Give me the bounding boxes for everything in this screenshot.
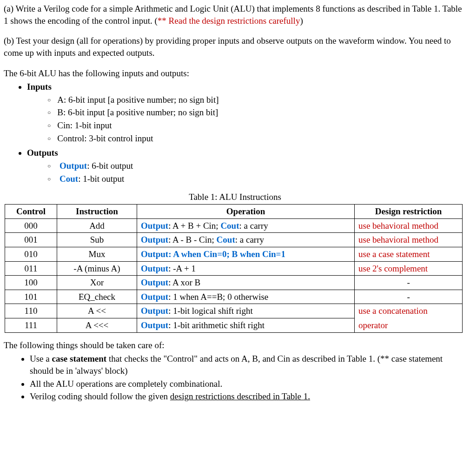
cell-operation: Output: 1 when A==B; 0 otherwise: [137, 290, 355, 304]
note-1-a: Use a: [30, 354, 52, 364]
io-intro: The 6-bit ALU has the following inputs a…: [4, 67, 466, 79]
part-b: (b) Test your design (all for operations…: [4, 35, 466, 59]
input-cin: Cin: 1-bit input: [47, 119, 466, 132]
table-row: 101EQ_checkOutput: 1 when A==B; 0 otherw…: [5, 290, 463, 304]
notes-list: Use a case statement that checks the "Co…: [30, 353, 466, 403]
input-a: A: 6-bit input [a positive number; no si…: [47, 94, 466, 106]
cell-control: 011: [5, 261, 57, 276]
table-title: Table 1: ALU Instructions: [4, 191, 466, 203]
output-out-rest: : 6-bit output: [87, 161, 133, 171]
part-a-suffix: ): [300, 16, 303, 26]
outputs-list: Output: 6-bit output Cout: 1-bit output: [47, 160, 466, 185]
input-b: B: 6-bit input [a positive number; no si…: [47, 106, 466, 119]
table-header-row: Control Instruction Operation Design res…: [5, 204, 463, 218]
note-3-b: design restrictions described in Table 1…: [170, 391, 310, 401]
cell-control: 001: [5, 233, 57, 247]
cell-instruction: -A (minus A): [57, 261, 137, 276]
outputs-heading: Outputs Output: 6-bit output Cout: 1-bit…: [27, 147, 466, 185]
cell-operation: Output: A + B + Cin; Cout: a carry: [137, 218, 355, 233]
table-row: 111A <<<Output: 1-bit arithmetic shift r…: [5, 318, 463, 333]
note-1: Use a case statement that checks the "Co…: [30, 353, 466, 377]
inputs-label: Inputs: [27, 82, 52, 92]
output-cout-rest: : 1-bit output: [78, 174, 124, 184]
th-operation: Operation: [137, 204, 355, 218]
th-control: Control: [5, 204, 57, 218]
part-a: (a) Write a Verilog code for a simple Ar…: [4, 3, 466, 26]
cell-restriction: use behavioral method: [355, 233, 463, 247]
cell-control: 101: [5, 290, 57, 304]
note-2: All the ALU operations are completely co…: [30, 378, 466, 390]
cell-restriction: use a concatenation: [355, 304, 463, 318]
notes-intro: The following things should be taken car…: [4, 339, 466, 351]
cell-operation: Output: -A + 1: [137, 261, 355, 276]
th-instruction: Instruction: [57, 204, 137, 218]
cell-operation: Output: A - B - Cin; Cout: a carry: [137, 233, 355, 247]
cell-instruction: EQ_check: [57, 290, 137, 304]
input-control: Control: 3-bit control input: [47, 132, 466, 145]
cell-control: 010: [5, 247, 57, 261]
note-1-b: case statement: [52, 354, 106, 364]
output-out-label: Output: [60, 161, 87, 171]
cell-restriction: use behavioral method: [355, 218, 463, 233]
note-3: Verilog coding should follow the given d…: [30, 390, 466, 403]
cell-operation: Output: A when Cin=0; B when Cin=1: [137, 247, 355, 261]
table-row: 010MuxOutput: A when Cin=0; B when Cin=1…: [5, 247, 463, 261]
cell-control: 110: [5, 304, 57, 318]
note-3-a: Verilog coding should follow the given: [30, 391, 170, 401]
inputs-list: A: 6-bit input [a positive number; no si…: [47, 94, 466, 145]
cell-instruction: A <<<: [57, 318, 137, 333]
table-row: 100XorOutput: A xor B-: [5, 276, 463, 290]
th-restriction: Design restriction: [355, 204, 463, 218]
cell-control: 111: [5, 318, 57, 333]
cell-restriction: use 2's complement: [355, 261, 463, 276]
cell-instruction: A <<: [57, 304, 137, 318]
cell-restriction: -: [355, 276, 463, 290]
cell-control: 100: [5, 276, 57, 290]
cell-restriction: operator: [355, 318, 463, 333]
alu-table: Control Instruction Operation Design res…: [5, 204, 463, 333]
outputs-label: Outputs: [27, 148, 58, 158]
inputs-heading: Inputs A: 6-bit input [a positive number…: [27, 81, 466, 144]
part-a-warning: ** Read the design restrictions carefull…: [158, 16, 300, 26]
output-cout-label: Cout: [60, 174, 78, 184]
output-out: Output: 6-bit output: [47, 160, 466, 172]
cell-operation: Output: A xor B: [137, 276, 355, 290]
table-row: 001SubOutput: A - B - Cin; Cout: a carry…: [5, 233, 463, 247]
table-row: 000AddOutput: A + B + Cin; Cout: a carry…: [5, 218, 463, 233]
table-row: 110A <<Output: 1-bit logical shift right…: [5, 304, 463, 318]
cell-instruction: Sub: [57, 233, 137, 247]
cell-instruction: Mux: [57, 247, 137, 261]
cell-instruction: Add: [57, 218, 137, 233]
output-cout: Cout: 1-bit output: [47, 173, 466, 185]
cell-control: 000: [5, 218, 57, 233]
cell-operation: Output: 1-bit arithmetic shift right: [137, 318, 355, 333]
cell-instruction: Xor: [57, 276, 137, 290]
table-row: 011-A (minus A)Output: -A + 1use 2's com…: [5, 261, 463, 276]
cell-operation: Output: 1-bit logical shift right: [137, 304, 355, 318]
cell-restriction: -: [355, 290, 463, 304]
cell-restriction: use a case statement: [355, 247, 463, 261]
io-list: Inputs A: 6-bit input [a positive number…: [27, 81, 466, 185]
